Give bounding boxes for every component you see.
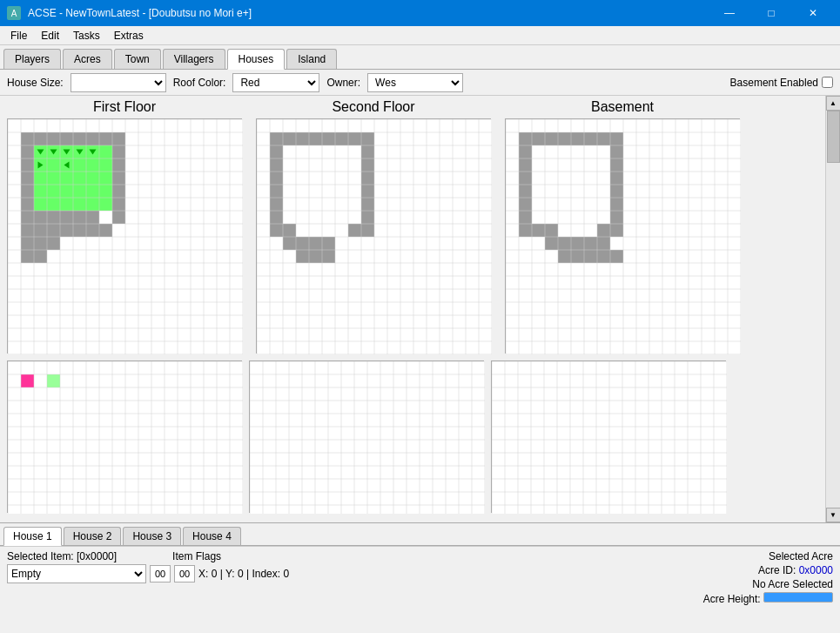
- item-byte1[interactable]: [150, 565, 171, 582]
- menu-extras[interactable]: Extras: [107, 26, 151, 45]
- menu-bar: File Edit Tasks Extras: [0, 26, 840, 45]
- basement-enabled-label: Basement Enabled: [730, 77, 818, 89]
- selected-acre-section: Selected Acre Acre ID: 0x0000 No Acre Se…: [703, 550, 833, 605]
- house-tab-4[interactable]: House 4: [183, 527, 241, 545]
- second-floor-grid[interactable]: [256, 118, 491, 354]
- first-floor-grid[interactable]: [7, 118, 242, 354]
- owner-select[interactable]: Wes: [367, 73, 463, 92]
- scroll-track[interactable]: [826, 111, 841, 508]
- acre-id-value: 0x0000: [799, 564, 833, 576]
- minimize-button[interactable]: —: [709, 0, 749, 26]
- first-floor-title: First Floor: [93, 99, 156, 115]
- acre-height-row: Acre Height:: [703, 592, 833, 605]
- item-byte2[interactable]: [174, 565, 195, 582]
- house-tab-2[interactable]: House 2: [64, 527, 122, 545]
- house-size-label: House Size:: [7, 77, 64, 89]
- status-bar: Selected Item: [0x0000] Item Flags Empty…: [0, 546, 840, 589]
- scroll-up-button[interactable]: ▲: [826, 96, 841, 111]
- menu-file[interactable]: File: [3, 26, 34, 45]
- maximize-button[interactable]: □: [751, 0, 791, 26]
- lower-right-grid[interactable]: [491, 360, 726, 513]
- basement-enabled-checkbox[interactable]: [822, 77, 833, 88]
- roof-color-select[interactable]: Red Blue Green Yellow: [232, 73, 319, 92]
- house-tabs-bar: House 1 House 2 House 3 House 4: [0, 522, 840, 546]
- owner-label: Owner:: [326, 77, 360, 89]
- tab-players[interactable]: Players: [3, 49, 61, 69]
- title-bar: A ACSE - NewTownLatest - [Doubutsu no Mo…: [0, 0, 840, 26]
- selected-item-label: Selected Item: [0x0000]: [7, 550, 117, 562]
- second-floor-title: Second Floor: [332, 99, 414, 115]
- close-button[interactable]: ✕: [793, 0, 833, 26]
- acre-height-bar: [763, 592, 833, 603]
- item-coords: X: 0 | Y: 0 | Index: 0: [198, 568, 289, 580]
- basement-title: Basement: [591, 99, 654, 115]
- toolbar-row: House Size: Roof Color: Red Blue Green Y…: [0, 70, 840, 96]
- lower-left-grid[interactable]: [7, 360, 242, 513]
- house-size-select[interactable]: [71, 73, 166, 92]
- tab-town[interactable]: Town: [114, 49, 161, 69]
- second-floor-section: Second Floor: [256, 99, 491, 354]
- item-dropdown[interactable]: Empty: [7, 564, 146, 583]
- house-tab-1[interactable]: House 1: [3, 527, 62, 546]
- lower-mid-grid[interactable]: [249, 360, 484, 513]
- app-icon: A: [7, 6, 21, 20]
- tab-villagers[interactable]: Villagers: [163, 49, 225, 69]
- acre-id-row: Acre ID: 0x0000: [758, 564, 833, 576]
- basement-grid[interactable]: [505, 118, 740, 354]
- no-acre-selected: No Acre Selected: [752, 578, 833, 590]
- tab-houses[interactable]: Houses: [227, 49, 286, 70]
- window-title: ACSE - NewTownLatest - [Doubutsu no Mori…: [28, 7, 252, 19]
- selected-acre-label: Selected Acre: [769, 550, 833, 562]
- menu-tasks[interactable]: Tasks: [66, 26, 107, 45]
- menu-edit[interactable]: Edit: [34, 26, 66, 45]
- first-floor-section: First Floor: [7, 99, 242, 354]
- scroll-down-button[interactable]: ▼: [826, 508, 841, 522]
- roof-color-label: Roof Color:: [173, 77, 226, 89]
- basement-section: Basement: [505, 99, 740, 354]
- tab-island[interactable]: Island: [286, 49, 337, 69]
- item-flags-label: Item Flags: [172, 550, 221, 562]
- scroll-thumb[interactable]: [827, 111, 840, 163]
- tab-acres[interactable]: Acres: [63, 49, 112, 69]
- scrollbar[interactable]: ▲ ▼: [825, 96, 840, 522]
- selected-item-section: Selected Item: [0x0000] Item Flags Empty…: [7, 550, 289, 583]
- house-tab-3[interactable]: House 3: [123, 527, 181, 545]
- window-controls: — □ ✕: [709, 0, 833, 26]
- main-tabs-bar: Players Acres Town Villagers Houses Isla…: [0, 45, 840, 70]
